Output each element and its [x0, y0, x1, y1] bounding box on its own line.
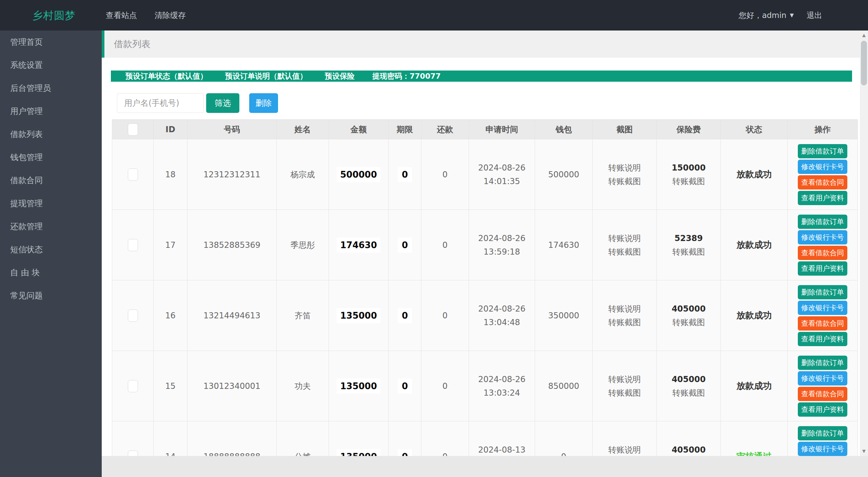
nav-clear-cache[interactable]: 清除缓存 — [155, 0, 186, 31]
preset-insurance-link[interactable]: 预设保险 — [325, 71, 355, 81]
vertical-scrollbar[interactable]: ▲ ▼ — [860, 31, 868, 456]
view-user-profile-button[interactable]: 查看用户资料 — [798, 261, 847, 276]
sidebar-item-wallet[interactable]: 钱包管理 — [0, 146, 102, 169]
navbar-right: 您好，admin ▼ 退出 — [738, 0, 822, 31]
amount-field[interactable]: 500000 — [337, 167, 380, 182]
delete-loan-order-button[interactable]: 删除借款订单 — [798, 356, 847, 370]
edit-bank-card-button[interactable]: 修改银行卡号 — [798, 160, 847, 174]
horizontal-scroll-area[interactable] — [102, 456, 868, 477]
sidebar-item-sms-status[interactable]: 短信状态 — [0, 238, 102, 261]
insurance-fee-value: 52389 — [674, 232, 703, 245]
view-user-profile-button[interactable]: 查看用户资料 — [798, 402, 847, 417]
repay-cell: 0 — [421, 280, 469, 351]
header-id: ID — [154, 120, 188, 139]
user-menu[interactable]: 您好，admin ▼ — [738, 10, 794, 21]
customer-name: 公摊 — [295, 451, 311, 456]
row-checkbox[interactable] — [128, 451, 138, 456]
sidebar-item-system-settings[interactable]: 系统设置 — [0, 54, 102, 77]
fee-screenshot-link[interactable]: 转账截图 — [672, 316, 705, 329]
scroll-up-icon[interactable]: ▲ — [860, 31, 868, 39]
fee-screenshot-link[interactable]: 转账截图 — [672, 175, 705, 188]
delete-button[interactable]: 删除 — [249, 93, 278, 113]
row-checkbox[interactable] — [128, 310, 138, 322]
phone-cell: 13214494613 — [188, 280, 277, 351]
edit-bank-card-button[interactable]: 修改银行卡号 — [798, 442, 847, 456]
sidebar-item-withdraw[interactable]: 提现管理 — [0, 192, 102, 215]
transfer-note-link[interactable]: 转账说明 — [608, 232, 641, 245]
name-cell: 功夫 — [277, 351, 329, 421]
repay-value: 0 — [442, 311, 448, 320]
chevron-down-icon: ▼ — [790, 12, 794, 18]
transfer-screenshot-link[interactable]: 转账截图 — [608, 316, 641, 329]
search-input[interactable] — [117, 93, 204, 113]
sidebar-item-repayment[interactable]: 还款管理 — [0, 215, 102, 238]
term-cell: 0 — [389, 421, 421, 456]
transfer-screenshot-link[interactable]: 转账截图 — [608, 245, 641, 259]
row-checkbox[interactable] — [128, 380, 138, 392]
status-cell: 放款成功 — [721, 351, 788, 421]
customer-name: 杨宗成 — [291, 169, 315, 180]
view-user-profile-button[interactable]: 查看用户资料 — [798, 191, 847, 205]
delete-loan-order-button[interactable]: 删除借款订单 — [798, 144, 847, 158]
sidebar-item-faq[interactable]: 常见问题 — [0, 284, 102, 307]
sidebar-item-home[interactable]: 管理首页 — [0, 31, 102, 54]
preset-order-desc-link[interactable]: 预设订单说明（默认值） — [225, 71, 307, 81]
sidebar-item-loan-contract[interactable]: 借款合同 — [0, 169, 102, 192]
nav-view-site[interactable]: 查看站点 — [106, 0, 137, 31]
delete-loan-order-button[interactable]: 删除借款订单 — [798, 285, 847, 299]
filter-button[interactable]: 筛选 — [206, 93, 239, 113]
sidebar-item-free-block[interactable]: 自 由 块 — [0, 261, 102, 284]
term-field[interactable]: 0 — [398, 167, 412, 182]
sidebar-item-loan-list[interactable]: 借款列表 — [0, 123, 102, 146]
fee-screenshot-link[interactable]: 转账截图 — [672, 245, 705, 259]
repay-value: 0 — [442, 381, 448, 391]
edit-bank-card-button[interactable]: 修改银行卡号 — [798, 230, 847, 244]
term-field[interactable]: 0 — [398, 238, 412, 253]
transfer-note-link[interactable]: 转账说明 — [608, 302, 641, 316]
amount-field[interactable]: 135000 — [337, 308, 380, 323]
amount-field[interactable]: 135000 — [337, 379, 380, 394]
sidebar-item-users[interactable]: 用户管理 — [0, 100, 102, 123]
view-user-profile-button[interactable]: 查看用户资料 — [798, 332, 847, 346]
term-field[interactable]: 0 — [398, 449, 412, 456]
header-actions: 操作 — [788, 120, 858, 139]
edit-bank-card-button[interactable]: 修改银行卡号 — [798, 371, 847, 385]
term-field[interactable]: 0 — [398, 308, 412, 323]
view-loan-contract-button[interactable]: 查看借款合同 — [798, 246, 847, 260]
apply-time-cell: 2024-08-13 — [469, 421, 535, 456]
insurance-fee-cell: 405000 — [657, 421, 721, 456]
insurance-fee-cell: 405000 转账截图 — [657, 351, 721, 421]
delete-loan-order-button[interactable]: 删除借款订单 — [798, 215, 847, 229]
view-loan-contract-button[interactable]: 查看借款合同 — [798, 175, 847, 190]
row-checkbox[interactable] — [128, 239, 138, 251]
row-checkbox[interactable] — [128, 168, 138, 181]
scroll-down-icon[interactable]: ▼ — [860, 447, 868, 455]
name-cell: 齐笛 — [277, 280, 329, 351]
brand-logo[interactable]: 乡村圆梦 — [32, 0, 76, 31]
header-amount: 金额 — [329, 120, 389, 139]
transfer-note-link[interactable]: 转账说明 — [608, 373, 641, 386]
transfer-screenshot-link[interactable]: 转账截图 — [608, 386, 641, 400]
select-all-checkbox[interactable] — [128, 123, 138, 136]
insurance-fee-cell: 52389 转账截图 — [657, 210, 721, 280]
transfer-note-link[interactable]: 转账说明 — [608, 443, 641, 456]
view-loan-contract-button[interactable]: 查看借款合同 — [798, 387, 847, 401]
amount-field[interactable]: 174630 — [337, 238, 380, 253]
view-loan-contract-button[interactable]: 查看借款合同 — [798, 316, 847, 331]
transfer-screenshot-link[interactable]: 转账截图 — [608, 175, 641, 188]
repay-value: 0 — [442, 240, 448, 250]
header-term: 期限 — [389, 120, 421, 139]
edit-bank-card-button[interactable]: 修改银行卡号 — [798, 301, 847, 315]
repay-cell: 0 — [421, 421, 469, 456]
logout-link[interactable]: 退出 — [807, 10, 822, 21]
amount-field[interactable]: 135000 — [337, 449, 380, 456]
fee-screenshot-link[interactable]: 转账截图 — [672, 386, 705, 400]
customer-name: 季思彤 — [291, 240, 315, 251]
term-field[interactable]: 0 — [398, 379, 412, 394]
transfer-note-link[interactable]: 转账说明 — [608, 161, 641, 175]
preset-order-status-link[interactable]: 预设订单状态（默认值） — [125, 71, 208, 81]
delete-loan-order-button[interactable]: 删除借款订单 — [798, 426, 847, 440]
scrollbar-thumb[interactable] — [861, 41, 867, 85]
header-wallet: 钱包 — [535, 120, 593, 139]
sidebar-item-admins[interactable]: 后台管理员 — [0, 77, 102, 100]
